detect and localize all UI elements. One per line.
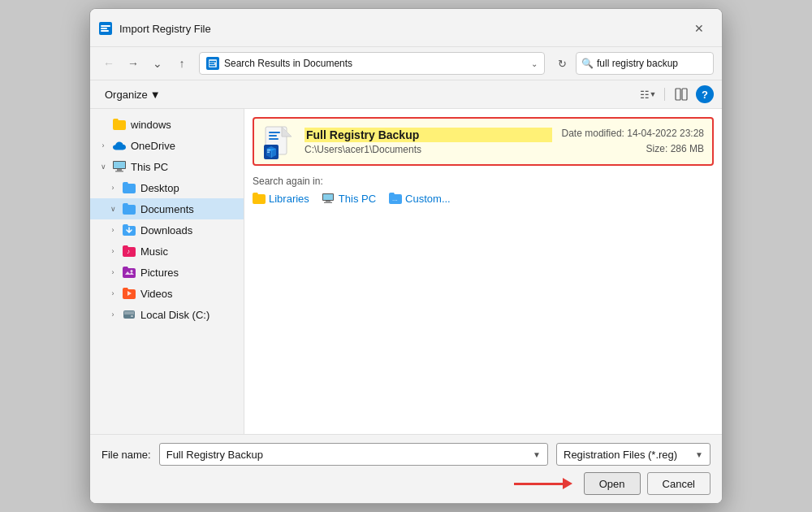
file-result-meta: Date modified: 14-04-2022 23:28 Size: 28… — [562, 126, 704, 157]
sidebar-item-pictures[interactable]: › Pictures — [90, 262, 244, 283]
sidebar-item-desktop[interactable]: › Desktop — [90, 177, 244, 198]
recent-locations-button[interactable]: ⌄ — [147, 53, 168, 74]
open-button[interactable]: Open — [584, 472, 641, 495]
thispc-icon — [322, 192, 335, 205]
arrow-line — [514, 483, 563, 485]
svg-rect-29 — [326, 201, 330, 202]
search-again-links: Libraries This PC ... Custom... — [253, 192, 714, 205]
search-link-custom[interactable]: ... Custom... — [389, 192, 451, 205]
file-name-input[interactable]: Full Registry Backup ▼ — [159, 443, 548, 466]
file-result-name: Full Registry Backup — [304, 128, 552, 142]
organize-button[interactable]: Organize ▼ — [98, 86, 167, 103]
file-size: Size: 286 MB — [562, 141, 704, 157]
pc-icon — [113, 160, 126, 173]
sidebar-item-videos[interactable]: › Videos — [90, 283, 244, 304]
title-bar: Import Registry File ✕ — [90, 9, 722, 47]
libraries-label: Libraries — [269, 193, 309, 205]
refresh-button[interactable]: ↻ — [551, 53, 572, 74]
file-area: Full Registry Backup C:\Users\acer1\Docu… — [244, 109, 722, 434]
chevron-icon: › — [108, 289, 118, 297]
svg-rect-26 — [267, 152, 270, 154]
close-button[interactable]: ✕ — [688, 17, 710, 40]
view-grid-icon: ☷ — [640, 89, 650, 101]
filename-chevron-icon[interactable]: ▼ — [533, 450, 541, 459]
svg-rect-9 — [682, 89, 687, 100]
footer-filename-row: File name: Full Registry Backup ▼ Regist… — [102, 443, 710, 466]
sidebar-item-onedrive[interactable]: › OneDrive — [90, 135, 244, 156]
sidebar-label-music: Music — [140, 245, 168, 258]
file-type-value: Registration Files (*.reg) — [564, 449, 695, 461]
svg-rect-12 — [117, 169, 122, 171]
footer-buttons: Open Cancel — [102, 472, 710, 495]
sidebar: windows › OneDrive ∨ This PC › — [90, 109, 244, 434]
sidebar-item-windows[interactable]: windows — [90, 114, 244, 135]
help-button[interactable]: ? — [696, 85, 714, 103]
svg-rect-7 — [209, 65, 215, 67]
forward-button[interactable]: → — [123, 53, 144, 74]
svg-rect-6 — [209, 63, 214, 65]
sidebar-label-videos: Videos — [140, 288, 173, 300]
sidebar-item-music[interactable]: › ♪ Music — [90, 241, 244, 262]
svg-rect-8 — [676, 89, 680, 100]
back-button[interactable]: ← — [98, 53, 119, 74]
address-bar[interactable]: Search Results in Documents ⌄ — [199, 52, 545, 75]
sidebar-item-localdisk[interactable]: › Local Disk (C:) — [90, 304, 244, 325]
sidebar-item-downloads[interactable]: › Downloads — [90, 219, 244, 241]
up-button[interactable]: ↑ — [171, 53, 192, 74]
svg-rect-21 — [269, 132, 280, 133]
cancel-button[interactable]: Cancel — [647, 472, 710, 495]
sidebar-item-documents[interactable]: ∨ Documents — [90, 198, 244, 219]
file-result-item[interactable]: Full Registry Backup C:\Users\acer1\Docu… — [253, 117, 714, 166]
svg-rect-28 — [323, 194, 333, 200]
details-pane-button[interactable] — [670, 84, 693, 105]
size-label: Size: — [646, 143, 668, 154]
svg-rect-23 — [269, 138, 279, 140]
svg-rect-30 — [324, 202, 332, 203]
svg-point-15 — [131, 270, 133, 272]
size-value: 286 MB — [671, 143, 704, 154]
pictures-icon — [123, 266, 136, 279]
chevron-icon: ∨ — [98, 163, 108, 171]
sidebar-label-onedrive: OneDrive — [131, 140, 175, 152]
music-icon: ♪ — [123, 245, 136, 258]
footer: File name: Full Registry Backup ▼ Regist… — [90, 434, 722, 503]
date-label: Date modified: — [562, 128, 624, 139]
custom-icon: ... — [389, 192, 402, 205]
sidebar-label-pictures: Pictures — [140, 267, 179, 279]
search-link-thispc[interactable]: This PC — [322, 192, 376, 205]
sidebar-label-thispc: This PC — [131, 161, 168, 173]
toolbar: Organize ▼ ☷ ▼ ? — [90, 80, 722, 109]
organize-label: Organize — [105, 89, 148, 101]
toolbar-right: ☷ ▼ ? — [637, 84, 714, 105]
toolbar-divider — [664, 88, 665, 101]
title-bar-left: Import Registry File — [98, 21, 211, 36]
search-link-libraries[interactable]: Libraries — [253, 192, 309, 205]
search-input[interactable] — [597, 58, 719, 69]
sidebar-label-desktop: Desktop — [140, 182, 179, 194]
chevron-icon: › — [98, 141, 108, 150]
address-text: Search Results in Documents — [224, 58, 526, 69]
sidebar-item-thispc[interactable]: ∨ This PC — [90, 156, 244, 177]
svg-rect-5 — [209, 61, 216, 63]
folder-icon — [113, 118, 126, 131]
svg-text:♪: ♪ — [127, 248, 130, 255]
details-pane-icon — [675, 88, 688, 101]
registry-file-icon — [262, 125, 295, 158]
svg-rect-11 — [114, 162, 125, 168]
thispc-label: This PC — [339, 193, 376, 205]
chevron-icon: ∨ — [108, 205, 118, 213]
downloads-icon — [123, 223, 136, 236]
address-chevron: ⌄ — [531, 59, 538, 68]
view-options-button[interactable]: ☷ ▼ — [637, 84, 659, 105]
file-type-dropdown[interactable]: Registration Files (*.reg) ▼ — [556, 443, 710, 466]
videos-icon — [123, 287, 136, 300]
file-result-info: Full Registry Backup C:\Users\acer1\Docu… — [304, 128, 552, 155]
organize-chevron: ▼ — [150, 89, 161, 101]
search-again-section: Search again in: Libraries This PC — [253, 176, 714, 205]
nav-bar: ← → ⌄ ↑ Search Results in Documents ⌄ ↻ … — [90, 47, 722, 80]
search-clear-button[interactable]: ✕ — [722, 59, 723, 69]
main-content: windows › OneDrive ∨ This PC › — [90, 109, 722, 434]
svg-rect-2 — [101, 28, 107, 29]
search-box[interactable]: 🔍 ✕ — [576, 52, 714, 75]
search-again-label: Search again in: — [253, 176, 323, 187]
